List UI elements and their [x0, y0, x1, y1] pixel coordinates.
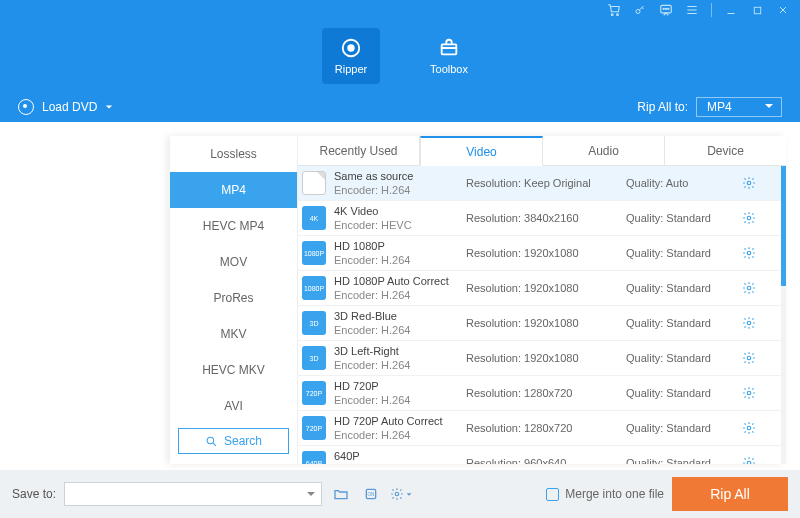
format-row[interactable]: Same as sourceEncoder: H.264Resolution: …: [298, 166, 786, 201]
category-avi[interactable]: AVI: [170, 388, 297, 424]
format-icon: 3D: [302, 346, 326, 370]
category-sidebar: LosslessMP4HEVC MP4MOVProResMKVHEVC MKVA…: [170, 136, 298, 464]
format-info: HD 720P Auto CorrectEncoder: H.264: [334, 414, 458, 443]
category-prores[interactable]: ProRes: [170, 280, 297, 316]
checkbox-icon: [546, 488, 559, 501]
format-settings-icon[interactable]: [742, 421, 760, 435]
mode-toolbox[interactable]: Toolbox: [420, 28, 478, 84]
format-rightpane: Recently UsedVideoAudioDevice Same as so…: [298, 136, 786, 464]
svg-point-12: [747, 181, 751, 185]
format-resolution: Resolution: 1920x1080: [466, 282, 618, 294]
svg-point-11: [207, 437, 214, 444]
svg-point-16: [747, 321, 751, 325]
format-settings-icon[interactable]: [742, 456, 760, 464]
rip-button-label: Rip All: [710, 486, 750, 502]
format-row[interactable]: 640P640PEncoder: H.264Resolution: 960x64…: [298, 446, 786, 464]
key-icon[interactable]: [633, 3, 647, 17]
saveto-input[interactable]: [64, 482, 322, 506]
subbar: Load DVD Rip All to: MP4: [0, 92, 800, 122]
format-encoder: Encoder: H.264: [334, 393, 458, 407]
format-resolution: Resolution: 1280x720: [466, 422, 618, 434]
close-icon[interactable]: [776, 3, 790, 17]
format-resolution: Resolution: 3840x2160: [466, 212, 618, 224]
rip-all-to: Rip All to: MP4: [637, 97, 782, 117]
scroll-thumb[interactable]: [781, 166, 786, 286]
mode-ripper[interactable]: Ripper: [322, 28, 380, 84]
format-settings-icon[interactable]: [742, 211, 760, 225]
format-name: 3D Left-Right: [334, 344, 458, 358]
tab-video[interactable]: Video: [420, 136, 543, 166]
category-mp4[interactable]: MP4: [170, 172, 297, 208]
minimize-icon[interactable]: [724, 3, 738, 17]
titlebar: [0, 0, 800, 20]
maximize-icon[interactable]: [750, 3, 764, 17]
svg-rect-7: [754, 7, 760, 13]
format-resolution: Resolution: 960x640: [466, 457, 618, 464]
format-encoder: Encoder: HEVC: [334, 218, 458, 232]
format-name: 4K Video: [334, 204, 458, 218]
load-dvd-button[interactable]: Load DVD: [18, 99, 113, 115]
content-area: LosslessMP4HEVC MP4MOVProResMKVHEVC MKVA…: [0, 122, 800, 464]
format-encoder: Encoder: H.264: [334, 358, 458, 372]
category-lossless[interactable]: Lossless: [170, 136, 297, 172]
merge-checkbox[interactable]: Merge into one file: [546, 487, 664, 501]
search-label: Search: [224, 434, 262, 448]
format-row[interactable]: 3D3D Left-RightEncoder: H.264Resolution:…: [298, 341, 786, 376]
format-quality: Quality: Auto: [626, 177, 734, 189]
format-info: HD 1080P Auto CorrectEncoder: H.264: [334, 274, 458, 303]
format-row[interactable]: 3D3D Red-BlueEncoder: H.264Resolution: 1…: [298, 306, 786, 341]
format-row[interactable]: 4K4K VideoEncoder: HEVCResolution: 3840x…: [298, 201, 786, 236]
svg-point-23: [395, 492, 398, 495]
svg-point-18: [747, 391, 751, 395]
format-quality: Quality: Standard: [626, 247, 734, 259]
format-quality: Quality: Standard: [626, 317, 734, 329]
format-resolution: Resolution: Keep Original: [466, 177, 618, 189]
chevron-down-icon: [105, 103, 113, 111]
feedback-icon[interactable]: [659, 3, 673, 17]
gpu-accel-icon[interactable]: ON: [360, 483, 382, 505]
search-button[interactable]: Search: [178, 428, 289, 454]
bottombar: Save to: ON Merge into one file Rip All: [0, 470, 800, 518]
svg-point-17: [747, 356, 751, 360]
mode-label: Toolbox: [430, 63, 468, 75]
svg-point-19: [747, 426, 751, 430]
svg-rect-10: [442, 44, 457, 54]
format-icon: 720P: [302, 381, 326, 405]
category-hevc-mp4[interactable]: HEVC MP4: [170, 208, 297, 244]
format-settings-icon[interactable]: [742, 246, 760, 260]
rip-all-format-select[interactable]: MP4: [696, 97, 782, 117]
menu-icon[interactable]: [685, 3, 699, 17]
format-info: 4K VideoEncoder: HEVC: [334, 204, 458, 233]
svg-point-6: [668, 8, 669, 9]
format-row[interactable]: 1080PHD 1080P Auto CorrectEncoder: H.264…: [298, 271, 786, 306]
cart-icon[interactable]: [607, 3, 621, 17]
format-settings-icon[interactable]: [742, 281, 760, 295]
format-row[interactable]: 720PHD 720PEncoder: H.264Resolution: 128…: [298, 376, 786, 411]
scrollbar[interactable]: [781, 166, 786, 464]
format-settings-icon[interactable]: [742, 176, 760, 190]
format-row[interactable]: 1080PHD 1080PEncoder: H.264Resolution: 1…: [298, 236, 786, 271]
format-resolution: Resolution: 1920x1080: [466, 317, 618, 329]
format-encoder: Encoder: H.264: [334, 428, 458, 442]
tab-recently-used[interactable]: Recently Used: [298, 136, 420, 165]
category-mkv[interactable]: MKV: [170, 316, 297, 352]
format-encoder: Encoder: H.264: [334, 463, 458, 464]
format-settings-icon[interactable]: [742, 386, 760, 400]
disc-icon: [340, 37, 362, 59]
format-tabs: Recently UsedVideoAudioDevice: [298, 136, 786, 166]
format-name: HD 720P: [334, 379, 458, 393]
tab-audio[interactable]: Audio: [543, 136, 665, 165]
svg-point-13: [747, 216, 751, 220]
category-hevc-mkv[interactable]: HEVC MKV: [170, 352, 297, 388]
tab-device[interactable]: Device: [665, 136, 786, 165]
format-encoder: Encoder: H.264: [334, 253, 458, 267]
category-mov[interactable]: MOV: [170, 244, 297, 280]
settings-icon[interactable]: [390, 483, 412, 505]
header: Ripper Toolbox: [0, 20, 800, 92]
rip-all-button[interactable]: Rip All: [672, 477, 788, 511]
format-row[interactable]: 720PHD 720P Auto CorrectEncoder: H.264Re…: [298, 411, 786, 446]
format-resolution: Resolution: 1920x1080: [466, 247, 618, 259]
format-settings-icon[interactable]: [742, 316, 760, 330]
format-settings-icon[interactable]: [742, 351, 760, 365]
open-folder-icon[interactable]: [330, 483, 352, 505]
